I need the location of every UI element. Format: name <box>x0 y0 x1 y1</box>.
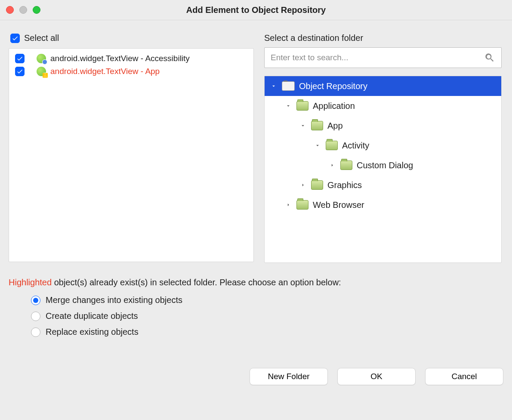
tree-label: Web Browser <box>313 200 364 210</box>
minimize-window-button[interactable] <box>19 6 27 14</box>
conflict-options: Merge changes into existing objects Crea… <box>31 295 512 337</box>
radio-merge[interactable] <box>31 296 40 305</box>
folder-icon <box>296 101 308 111</box>
tree-label: Custom Dialog <box>357 161 413 170</box>
search-icon <box>484 52 495 63</box>
content-area: Select all android.widget.TextView - Acc… <box>0 20 512 268</box>
window-buttons <box>6 6 40 14</box>
search-box <box>264 47 502 68</box>
check-icon <box>16 68 23 75</box>
conflict-notice: Highlighted object(s) already exist(s) i… <box>9 278 503 287</box>
window-title: Add Element to Object Repository <box>6 5 506 15</box>
elements-list: android.widget.TextView - Accessibility … <box>9 48 254 262</box>
select-all-row: Select all <box>10 33 254 43</box>
tree-label: Graphics <box>327 180 362 190</box>
check-icon <box>16 55 23 62</box>
tree-node-web-browser[interactable]: Web Browser <box>265 195 501 215</box>
left-pane: Select all android.widget.TextView - Acc… <box>9 33 254 263</box>
select-all-checkbox[interactable] <box>10 34 20 43</box>
right-pane: Select a destination folder Object Repos… <box>264 33 502 263</box>
folder-icon <box>296 200 308 210</box>
item-checkbox[interactable] <box>15 67 25 76</box>
tree-label: App <box>327 121 343 131</box>
repository-icon <box>282 81 295 91</box>
titlebar: Add Element to Object Repository <box>0 0 512 20</box>
highlighted-word: Highlighted <box>9 278 52 287</box>
new-folder-button[interactable]: New Folder <box>250 368 328 385</box>
radio-option-merge[interactable]: Merge changes into existing objects <box>31 295 512 305</box>
radio-option-replace[interactable]: Replace existing objects <box>31 327 512 337</box>
ok-button[interactable]: OK <box>337 368 416 385</box>
tree-label: Activity <box>342 141 369 151</box>
folder-icon <box>340 161 352 170</box>
item-label: android.widget.TextView - Accessibility <box>50 54 190 63</box>
folder-tree: Object Repository Application App Activi… <box>264 76 502 263</box>
select-all-label: Select all <box>24 33 59 43</box>
folder-icon <box>311 121 323 130</box>
chevron-right-icon[interactable] <box>299 181 307 189</box>
chevron-down-icon[interactable] <box>284 102 292 110</box>
destination-label: Select a destination folder <box>264 33 502 43</box>
list-item[interactable]: android.widget.TextView - Accessibility <box>12 52 251 65</box>
list-item[interactable]: android.widget.TextView - App <box>12 65 251 78</box>
chevron-down-icon[interactable] <box>270 82 278 90</box>
radio-label: Create duplicate objects <box>46 311 138 321</box>
close-window-button[interactable] <box>6 6 14 14</box>
tree-label: Object Repository <box>299 81 367 91</box>
tree-label: Application <box>313 101 355 111</box>
footer-buttons: New Folder OK Cancel <box>0 368 512 385</box>
tree-node-custom-dialog[interactable]: Custom Dialog <box>265 155 501 175</box>
chevron-right-icon[interactable] <box>284 201 292 209</box>
chevron-right-icon[interactable] <box>328 161 336 169</box>
tree-node-object-repository[interactable]: Object Repository <box>265 76 501 96</box>
notice-rest: object(s) already exist(s) in selected f… <box>52 278 341 287</box>
radio-label: Replace existing objects <box>46 327 139 337</box>
search-input[interactable] <box>271 53 484 62</box>
element-icon <box>37 54 46 63</box>
radio-label: Merge changes into existing objects <box>46 295 182 305</box>
item-checkbox[interactable] <box>15 54 25 63</box>
tree-node-app[interactable]: App <box>265 116 501 136</box>
check-icon <box>12 35 19 42</box>
item-label: android.widget.TextView - App <box>50 67 160 76</box>
tree-node-activity[interactable]: Activity <box>265 136 501 155</box>
radio-replace[interactable] <box>31 327 40 337</box>
element-icon <box>37 67 46 76</box>
tree-node-application[interactable]: Application <box>265 96 501 116</box>
chevron-down-icon[interactable] <box>314 142 321 149</box>
radio-option-duplicate[interactable]: Create duplicate objects <box>31 311 512 321</box>
maximize-window-button[interactable] <box>33 6 40 14</box>
cancel-button[interactable]: Cancel <box>425 368 503 385</box>
folder-icon <box>326 141 338 150</box>
chevron-down-icon[interactable] <box>299 122 307 130</box>
folder-icon <box>311 180 323 190</box>
tree-node-graphics[interactable]: Graphics <box>265 175 501 195</box>
radio-duplicate[interactable] <box>31 312 40 321</box>
